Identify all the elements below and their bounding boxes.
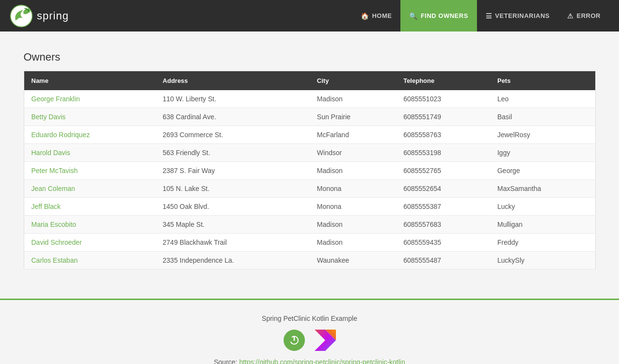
cell-name: George Franklin bbox=[24, 90, 156, 108]
cell-pets: MaxSamantha bbox=[490, 180, 595, 198]
cell-city: Madison bbox=[310, 216, 396, 234]
table-row: Jean Coleman105 N. Lake St.Monona6085552… bbox=[24, 180, 595, 198]
nav-link-home[interactable]: 🏠 HOME bbox=[352, 0, 401, 32]
nav-links: 🏠 HOME 🔍 FIND OWNERS ☰ VETERINARIANS ⚠ E… bbox=[352, 0, 609, 32]
table-row: Carlos Estaban2335 Independence La.Wauna… bbox=[24, 252, 595, 269]
table-header: Name Address City Telephone Pets bbox=[24, 71, 595, 91]
cell-address: 2749 Blackhawk Trail bbox=[156, 234, 310, 252]
nav-label-find-owners: FIND OWNERS bbox=[421, 12, 468, 19]
cell-pets: Freddy bbox=[490, 234, 595, 252]
cell-pets: JewelRosy bbox=[490, 126, 595, 144]
cell-address: 563 Friendly St. bbox=[156, 144, 310, 162]
cell-address: 2693 Commerce St. bbox=[156, 126, 310, 144]
footer-source: Source: https://github.com/spring-petcli… bbox=[10, 358, 609, 364]
cell-telephone: 6085553198 bbox=[396, 144, 490, 162]
cell-address: 345 Maple St. bbox=[156, 216, 310, 234]
cell-name: Eduardo Rodriquez bbox=[24, 126, 156, 144]
list-icon: ☰ bbox=[486, 12, 492, 20]
nav-link-find-owners[interactable]: 🔍 FIND OWNERS bbox=[400, 0, 476, 32]
owners-table: Name Address City Telephone Pets George … bbox=[24, 71, 596, 269]
table-row: Betty Davis638 Cardinal Ave.Sun Prairie6… bbox=[24, 108, 595, 126]
cell-city: Madison bbox=[310, 162, 396, 180]
table-row: Peter McTavish2387 S. Fair WayMadison608… bbox=[24, 162, 595, 180]
cell-telephone: 6085557683 bbox=[396, 216, 490, 234]
spring-boot-icon bbox=[284, 330, 305, 351]
col-header-pets: Pets bbox=[490, 71, 595, 91]
cell-telephone: 6085551023 bbox=[396, 90, 490, 108]
main-content: Owners Name Address City Telephone Pets … bbox=[14, 51, 605, 269]
cell-pets: LuckySly bbox=[490, 252, 595, 269]
nav-label-error: ERROR bbox=[577, 12, 601, 19]
owner-name-link[interactable]: Jeff Black bbox=[32, 203, 61, 210]
cell-pets: Leo bbox=[490, 90, 595, 108]
cell-city: Madison bbox=[310, 90, 396, 108]
owner-name-link[interactable]: Eduardo Rodriquez bbox=[32, 131, 90, 139]
brand-logo-link[interactable]: spring bbox=[10, 4, 69, 28]
table-row: David Schroeder2749 Blackhawk TrailMadis… bbox=[24, 234, 595, 252]
footer: Spring PetClinic Kotlin Example bbox=[0, 299, 619, 364]
owner-name-link[interactable]: George Franklin bbox=[32, 95, 80, 103]
cell-name: Maria Escobito bbox=[24, 216, 156, 234]
navbar: spring 🏠 HOME 🔍 FIND OWNERS ☰ VETERINARI… bbox=[0, 0, 619, 32]
cell-telephone: 6085552654 bbox=[396, 180, 490, 198]
cell-name: Betty Davis bbox=[24, 108, 156, 126]
col-header-telephone: Telephone bbox=[396, 71, 490, 91]
page-title: Owners bbox=[24, 51, 596, 63]
warning-icon: ⚠ bbox=[567, 12, 574, 20]
brand-name: spring bbox=[37, 10, 69, 22]
owner-name-link[interactable]: Peter McTavish bbox=[32, 167, 78, 174]
owner-name-link[interactable]: Harold Davis bbox=[32, 149, 70, 157]
cell-city: Monona bbox=[310, 180, 396, 198]
search-icon: 🔍 bbox=[409, 12, 418, 20]
col-header-city: City bbox=[310, 71, 396, 91]
cell-city: Windsor bbox=[310, 144, 396, 162]
cell-name: Harold Davis bbox=[24, 144, 156, 162]
table-row: Harold Davis563 Friendly St.Windsor60855… bbox=[24, 144, 595, 162]
table-header-row: Name Address City Telephone Pets bbox=[24, 71, 595, 91]
nav-item-home: 🏠 HOME bbox=[352, 0, 401, 32]
spring-logo-icon bbox=[10, 4, 33, 28]
nav-item-veterinarians: ☰ VETERINARIANS bbox=[477, 0, 558, 32]
cell-city: Monona bbox=[310, 198, 396, 216]
owner-name-link[interactable]: Carlos Estaban bbox=[32, 256, 78, 264]
owner-name-link[interactable]: David Schroeder bbox=[32, 238, 82, 246]
owner-name-link[interactable]: Betty Davis bbox=[32, 113, 66, 121]
home-icon: 🏠 bbox=[361, 12, 369, 20]
cell-pets: Iggy bbox=[490, 144, 595, 162]
cell-name: David Schroeder bbox=[24, 234, 156, 252]
cell-pets: George bbox=[490, 162, 595, 180]
col-header-name: Name bbox=[24, 71, 156, 91]
cell-telephone: 6085555387 bbox=[396, 198, 490, 216]
cell-telephone: 6085552765 bbox=[396, 162, 490, 180]
nav-item-find-owners: 🔍 FIND OWNERS bbox=[400, 0, 476, 32]
cell-telephone: 6085558763 bbox=[396, 126, 490, 144]
cell-name: Carlos Estaban bbox=[24, 252, 156, 269]
cell-name: Jean Coleman bbox=[24, 180, 156, 198]
footer-source-label: Source: bbox=[214, 358, 239, 364]
cell-telephone: 6085555487 bbox=[396, 252, 490, 269]
table-row: George Franklin110 W. Liberty St.Madison… bbox=[24, 90, 595, 108]
cell-city: Sun Prairie bbox=[310, 108, 396, 126]
nav-label-home: HOME bbox=[372, 12, 392, 19]
cell-address: 638 Cardinal Ave. bbox=[156, 108, 310, 126]
table-row: Eduardo Rodriquez2693 Commerce St.McFarl… bbox=[24, 126, 595, 144]
nav-link-veterinarians[interactable]: ☰ VETERINARIANS bbox=[477, 0, 558, 32]
table-row: Jeff Black1450 Oak Blvd.Monona6085555387… bbox=[24, 198, 595, 216]
cell-address: 2387 S. Fair Way bbox=[156, 162, 310, 180]
kotlin-icon bbox=[315, 330, 336, 351]
cell-name: Peter McTavish bbox=[24, 162, 156, 180]
cell-pets: Basil bbox=[490, 108, 595, 126]
nav-label-veterinarians: VETERINARIANS bbox=[495, 12, 550, 19]
table-row: Maria Escobito345 Maple St.Madison608555… bbox=[24, 216, 595, 234]
footer-text: Spring PetClinic Kotlin Example bbox=[10, 315, 609, 322]
cell-city: McFarland bbox=[310, 126, 396, 144]
cell-name: Jeff Black bbox=[24, 198, 156, 216]
power-icon bbox=[288, 334, 300, 346]
owner-name-link[interactable]: Maria Escobito bbox=[32, 221, 77, 228]
cell-pets: Mulligan bbox=[490, 216, 595, 234]
owner-name-link[interactable]: Jean Coleman bbox=[32, 185, 75, 192]
nav-link-error[interactable]: ⚠ ERROR bbox=[558, 0, 609, 32]
cell-address: 1450 Oak Blvd. bbox=[156, 198, 310, 216]
footer-source-link[interactable]: https://github.com/spring-petclinic/spri… bbox=[239, 358, 405, 364]
nav-item-error: ⚠ ERROR bbox=[558, 0, 609, 32]
